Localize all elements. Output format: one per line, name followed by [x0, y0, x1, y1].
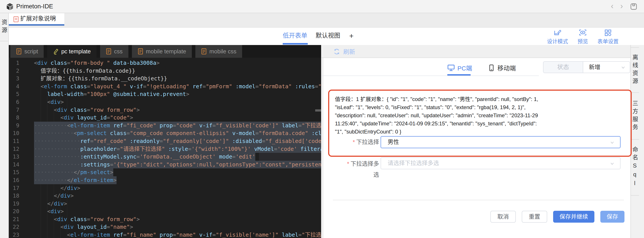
close-icon[interactable]: × — [52, 13, 56, 24]
preview-icon — [579, 29, 586, 36]
code-line[interactable]: 7 <div class="row form_row"> — [9, 106, 321, 114]
refresh-toolbar: 刷新 — [321, 45, 630, 58]
line-number: 22 — [9, 223, 19, 231]
code-line[interactable]: 9··········<el-form-item ref="fi_code" p… — [9, 122, 321, 130]
line-number: 20 — [9, 208, 19, 216]
right-rail-item[interactable]: 三方服务 — [631, 93, 639, 140]
code-text: label-width="100px" @submit.native.preve… — [34, 90, 189, 98]
line-number: 4 — [9, 82, 19, 90]
code-line[interactable]: 18 </div> — [9, 192, 321, 200]
editor-tab-pc-template[interactable]: pc template — [47, 45, 96, 58]
active-view-indicator — [283, 43, 308, 44]
editor-tab-css[interactable]: css — [100, 45, 128, 58]
active-tab-indicator — [9, 24, 64, 26]
tab-low-code-form[interactable]: 低开表单 — [283, 28, 307, 44]
chevron-down-icon — [620, 64, 626, 70]
result-line: "description": null, "createUser": null,… — [335, 111, 625, 120]
code-line[interactable]: 16··········</el-form-item> — [9, 176, 321, 184]
scrollbar-thumb[interactable] — [315, 109, 321, 112]
line-number: 18 — [9, 192, 19, 200]
editor-tab-script[interactable]: script — [10, 45, 44, 58]
code-line[interactable]: 12··············placeholder="请选择下拉选择" :s… — [9, 145, 321, 153]
code-text: ··········</el-form-item> — [34, 176, 116, 184]
code-text: <div> — [34, 98, 64, 106]
required-asterisk: * — [347, 160, 349, 167]
status-select[interactable]: 状态 新增 — [543, 61, 630, 73]
chevron-down-icon — [609, 140, 615, 146]
code-text: <div class="form-body " data-bba3008a> — [34, 59, 160, 67]
code-line[interactable]: 17 </div> — [9, 184, 321, 192]
code-text: <el-form-item ref="fi_name" prop="name" … — [34, 231, 321, 238]
code-line[interactable]: 15············</pm-select> — [9, 168, 321, 176]
line-number: 16 — [9, 176, 19, 184]
code-line[interactable]: 20 <div> — [9, 208, 321, 216]
code-line[interactable]: 13··············:entityModel.sync='formD… — [9, 153, 321, 161]
app-title: Primeton-IDE — [16, 0, 53, 13]
code-line[interactable]: 19 </div> — [9, 200, 321, 208]
code-line[interactable]: 22 <div layout_id="name"> — [9, 223, 321, 231]
line-number: 17 — [9, 184, 19, 192]
status-value[interactable]: 新增 — [583, 62, 630, 73]
editor-tab-strip: scriptpc templatecssmobile templatemobil… — [9, 45, 321, 58]
result-line: "1", "subDictEntryCount": 0 } — [335, 128, 625, 136]
save-icon[interactable] — [630, 3, 638, 10]
editor-tab-label: script — [24, 48, 38, 55]
editor-tab-mobile-css[interactable]: mobile css — [195, 45, 242, 58]
design-mode-icon — [554, 29, 561, 36]
code-text: ··············:entityModel.sync='formDat… — [34, 153, 255, 161]
divider — [333, 200, 624, 200]
tab-pc[interactable]: PC端 — [447, 64, 472, 72]
result-line: 值字段：1 扩展对象：{ "id": "1", "code": "1", "na… — [335, 95, 625, 103]
code-line[interactable]: 3 扩展对象：{{this.formData.__codeObject}} — [9, 75, 321, 82]
code-text: <div> — [34, 208, 64, 216]
reset-button[interactable]: 重置 — [522, 211, 547, 223]
line-number: 23 — [9, 231, 19, 238]
nav-back-icon[interactable]: ‹ — [611, 0, 614, 12]
code-text: ··········<el-form-item ref="fi_code" pr… — [34, 122, 321, 130]
refresh-button[interactable]: 刷新 — [333, 47, 355, 56]
code-line[interactable]: 10············<pm-select class="comp_cod… — [9, 129, 321, 137]
code-text: <div class="row form_row"> — [34, 216, 140, 223]
document-tab[interactable]: 扩展对象说明 × — [9, 13, 64, 26]
field-label-text: 下拉选择多选 — [350, 160, 379, 178]
code-line[interactable]: 5 label-width="100px" @submit.native.pre… — [9, 90, 321, 98]
tab-mobile[interactable]: 移动端 — [488, 64, 516, 72]
file-icon — [201, 48, 207, 55]
select-dropdown[interactable]: 男性 — [380, 136, 620, 148]
tab-mobile-label: 移动端 — [498, 64, 516, 72]
line-number: 1 — [9, 59, 19, 67]
code-line[interactable]: 2 值字段：{{this.formData.code}} — [9, 67, 321, 75]
save-and-continue-button[interactable]: 保存并继续 — [553, 211, 594, 223]
multiselect-dropdown[interactable]: 请选择下拉选择多选 — [380, 157, 620, 169]
select-placeholder: 请选择下拉选择多选 — [388, 160, 439, 166]
save-button[interactable]: 保存 — [600, 211, 624, 223]
form-settings-button[interactable]: 表单设置 — [593, 29, 623, 45]
code-line[interactable]: 11··············ref="ref_code" :readonly… — [9, 137, 321, 145]
code-line[interactable]: 14··············:settings='{"type":"dict… — [9, 161, 321, 168]
tab-default-view[interactable]: 默认视图 — [316, 28, 340, 44]
code-line[interactable]: 23 <el-form-item ref="fi_name" prop="nam… — [9, 231, 321, 238]
right-rail-item[interactable]: 命名Sql — [631, 140, 639, 196]
left-rail: 资源 — [0, 13, 9, 238]
title-bar: Primeton-IDE ‹ › — [0, 0, 644, 13]
code-line[interactable]: 8 <div layout_id="code"> — [9, 114, 321, 122]
add-view-button[interactable]: + — [349, 28, 354, 44]
cancel-button[interactable]: 取消 — [490, 211, 516, 223]
code-line[interactable]: 1<div class="form-body " data-bba3008a> — [9, 59, 321, 67]
code-text: <div layout_id="code"> — [34, 114, 133, 122]
code-line[interactable]: 6 <div> — [9, 98, 321, 106]
required-asterisk: * — [353, 139, 355, 145]
code-text: </div> — [34, 192, 74, 200]
right-rail-item[interactable]: 离线资源 — [631, 48, 639, 93]
result-line: 11:25:40", "updateTime": "2024-01-09 09:… — [335, 120, 625, 128]
code-editor[interactable]: scriptpc templatecssmobile templatemobil… — [9, 45, 321, 238]
left-rail-item[interactable]: 资源 — [0, 13, 8, 41]
code-line[interactable]: 21 <div class="row form_row"> — [9, 216, 321, 223]
code-line[interactable]: 4 <el-form class="layout_4 " v-if="!getL… — [9, 82, 321, 90]
code-text: </div> — [34, 184, 80, 192]
code-area[interactable]: 1<div class="form-body " data-bba3008a>2… — [9, 58, 321, 238]
line-number: 11 — [9, 137, 19, 145]
editor-tab-mobile-template[interactable]: mobile template — [132, 45, 192, 58]
nav-forward-icon[interactable]: › — [620, 0, 623, 12]
select-value: 男性 — [388, 139, 399, 145]
